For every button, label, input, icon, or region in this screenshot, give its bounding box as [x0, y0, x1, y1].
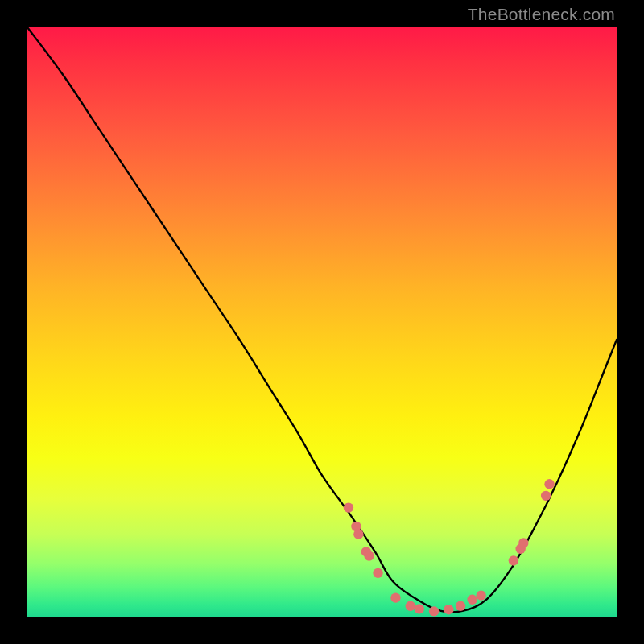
chart-background-gradient — [27, 27, 617, 617]
chart-frame — [27, 27, 617, 617]
watermark-text: TheBottleneck.com — [468, 5, 615, 24]
